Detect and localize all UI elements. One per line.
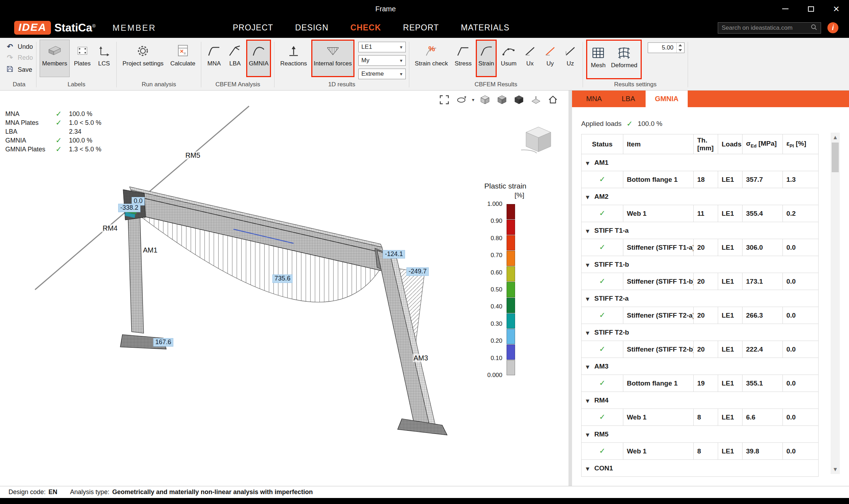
collapse-icon[interactable]: ▼: [586, 466, 589, 471]
collapse-icon[interactable]: ▼: [586, 161, 589, 166]
maximize-button[interactable]: [798, 0, 824, 18]
mna-button[interactable]: MNA: [204, 40, 224, 77]
table-group-row[interactable]: ▼STIFF T2-b: [582, 324, 819, 341]
table-data-row[interactable]: ✓Web 18LE16.60.0: [582, 409, 819, 426]
members-button[interactable]: Members: [40, 40, 70, 77]
app-window: Frame × IDEA StatiCa® MEMBER PROJECT DES…: [0, 0, 849, 504]
deformed-button[interactable]: Deformed: [608, 41, 640, 77]
results-panel-tabs: MNA LBA GMNIA: [572, 91, 849, 107]
panel-scrollbar[interactable]: ▲ ▼: [831, 133, 840, 474]
working-plane-icon[interactable]: [530, 93, 542, 106]
project-settings-button[interactable]: Project settings: [120, 40, 166, 77]
lcs-button[interactable]: LCS: [95, 40, 113, 77]
save-button[interactable]: Save: [5, 65, 33, 74]
table-group-row[interactable]: ▼STIFF T2-a: [582, 290, 819, 307]
view-cube-solid-icon[interactable]: [513, 93, 525, 106]
table-data-row[interactable]: ✓Web 18LE139.80.0: [582, 443, 819, 460]
table-data-row[interactable]: ✓Stiffener (STIFF T2-b)20LE1222.40.0: [582, 341, 819, 358]
table-data-row[interactable]: ✓Stiffener (STIFF T1-a)20LE1306.00.0: [582, 239, 819, 256]
mesh-button[interactable]: Mesh: [588, 41, 608, 77]
strain-check-button[interactable]: % Strain check: [412, 40, 451, 77]
table-group-row[interactable]: ▼RM5: [582, 426, 819, 443]
ux-button[interactable]: Ux: [521, 40, 539, 77]
results-panel: MNA LBA GMNIA Applied loads ✓ 100.0 % St…: [572, 91, 849, 486]
collapse-icon[interactable]: ▼: [586, 228, 589, 234]
search-icon[interactable]: [811, 24, 817, 32]
gmnia-button[interactable]: GMNIA: [246, 40, 271, 77]
zoom-extents-icon[interactable]: [438, 93, 451, 106]
scroll-down-icon[interactable]: ▼: [831, 465, 840, 474]
minimize-button[interactable]: [773, 0, 798, 18]
internal-forces-button[interactable]: Internal forces: [311, 40, 354, 77]
col-header-epsilon: εPl [%]: [783, 134, 819, 154]
legend-color-block: [507, 235, 515, 250]
uy-button[interactable]: Uy: [541, 40, 559, 77]
collapse-icon[interactable]: ▼: [586, 432, 589, 438]
collapse-icon[interactable]: ▼: [586, 398, 589, 404]
lba-button[interactable]: LBA: [225, 40, 244, 77]
search-box[interactable]: [718, 22, 821, 34]
member-label: RM5: [185, 151, 201, 160]
panel-tab-mna[interactable]: MNA: [577, 91, 611, 107]
table-group-row[interactable]: ▼AM2: [582, 188, 819, 205]
uz-button[interactable]: Uz: [561, 40, 579, 77]
deformed-scale-input[interactable]: 5.00: [648, 42, 685, 53]
table-data-row[interactable]: ✓Bottom flange 119LE1355.10.0: [582, 375, 819, 392]
table-group-row[interactable]: ▼AM1: [582, 154, 819, 171]
table-group-row[interactable]: ▼AM3: [582, 358, 819, 375]
tab-materials[interactable]: MATERIALS: [461, 23, 510, 33]
scroll-up-icon[interactable]: ▲: [831, 133, 840, 142]
spinner-down-icon[interactable]: [677, 48, 684, 53]
home-view-icon[interactable]: [547, 93, 559, 106]
collapse-icon[interactable]: ▼: [586, 364, 589, 370]
ribbon-group-cbfem-results: % Strain check Stress Strain Usum: [410, 40, 582, 90]
strain-button[interactable]: Strain: [476, 40, 496, 77]
chevron-down-icon[interactable]: ▾: [472, 97, 474, 103]
table-data-row[interactable]: ✓Bottom flange 118LE1357.71.3: [582, 171, 819, 188]
table-data-row[interactable]: ✓Stiffener (STIFF T2-a)20LE1266.30.0: [582, 307, 819, 324]
panel-tab-gmnia[interactable]: GMNIA: [646, 91, 688, 107]
restore-icon: [808, 6, 814, 12]
orbit-icon[interactable]: [455, 93, 468, 106]
collapse-icon[interactable]: ▼: [586, 330, 589, 336]
deformed-grid-icon: [616, 44, 632, 62]
collapse-icon[interactable]: ▼: [586, 195, 589, 200]
col-header-item: Item: [623, 134, 694, 154]
chevron-down-icon: ▾: [400, 58, 403, 63]
tab-check[interactable]: CHECK: [351, 23, 381, 33]
load-case-select[interactable]: LE1 ▾: [358, 42, 406, 52]
table-group-row[interactable]: ▼STIFF T1-a: [582, 222, 819, 239]
check-icon: ✓: [599, 413, 606, 421]
tab-report[interactable]: REPORT: [403, 23, 439, 33]
table-data-row[interactable]: ✓Stiffener (STIFF T1-b)20LE1173.10.0: [582, 273, 819, 290]
collapse-icon[interactable]: ▼: [586, 262, 589, 268]
view-cube-iso-icon[interactable]: [496, 93, 508, 106]
stress-button[interactable]: Stress: [452, 40, 474, 77]
reactions-button[interactable]: Reactions: [278, 40, 310, 77]
info-button[interactable]: i: [827, 22, 838, 33]
collapse-icon[interactable]: ▼: [586, 296, 589, 302]
view-cube-front-icon[interactable]: [479, 93, 491, 106]
panel-tab-lba[interactable]: LBA: [612, 91, 644, 107]
scrollbar-thumb[interactable]: [832, 143, 839, 172]
table-group-row[interactable]: ▼RM4: [582, 392, 819, 409]
component-select[interactable]: My ▾: [358, 55, 406, 66]
usum-button[interactable]: Usum: [498, 40, 519, 77]
analysis-status-row: GMNIA Plates✓1.3 < 5.0 %: [5, 145, 102, 154]
viewport-3d[interactable]: ▾ MNA✓100.0 %MNA Plates✓1.0 < 5.0 %LBA2.…: [0, 91, 568, 486]
navigation-cube[interactable]: [518, 122, 558, 158]
table-group-row[interactable]: ▼CON1: [582, 460, 819, 477]
undo-button[interactable]: ↶ Undo: [5, 43, 33, 51]
ribbon-group-label-cbfem-results: CBFEM Results: [412, 81, 580, 90]
close-button[interactable]: ×: [824, 0, 849, 18]
table-group-row[interactable]: ▼STIFF T1-b: [582, 256, 819, 273]
table-data-row[interactable]: ✓Web 111LE1355.40.2: [582, 205, 819, 222]
tab-design[interactable]: DESIGN: [295, 23, 328, 33]
applied-loads-row: Applied loads ✓ 100.0 %: [581, 120, 849, 128]
calculate-button[interactable]: ✕= Calculate: [168, 40, 198, 77]
spinner-up-icon[interactable]: [677, 43, 684, 48]
search-input[interactable]: [722, 24, 811, 31]
tab-project[interactable]: PROJECT: [233, 23, 273, 33]
plates-button[interactable]: Plates: [71, 40, 93, 77]
extreme-select[interactable]: Extreme ▾: [358, 69, 406, 79]
